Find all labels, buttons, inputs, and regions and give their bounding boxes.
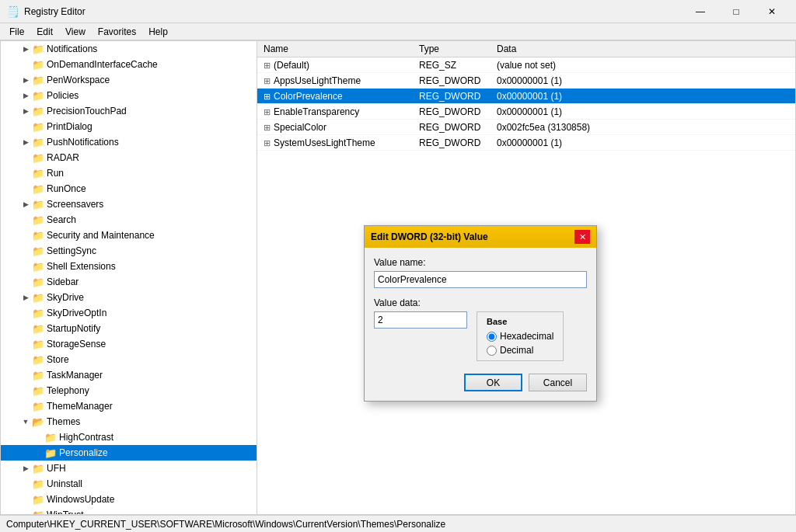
tree-item-notifications[interactable]: ▶📁Notifications (1, 41, 257, 57)
tree-pane[interactable]: ▶📁Notifications📁OnDemandInterfaceCache▶📁… (1, 41, 257, 514)
tree-item-printdialog[interactable]: 📁PrintDialog (1, 119, 257, 134)
tree-item-windowsupdate[interactable]: 📁WindowsUpdate (1, 492, 257, 507)
tree-label-thememanager: ThemeManager (47, 401, 113, 412)
tree-item-storagesense[interactable]: 📁StorageSense (1, 336, 257, 352)
tree-item-policies[interactable]: ▶📁Policies (1, 88, 257, 103)
tree-label-skydrive: SkyDrive (47, 292, 84, 303)
tree-label-store: Store (47, 354, 69, 365)
status-path: Computer\HKEY_CURRENT_USER\SOFTWARE\Micr… (6, 519, 445, 530)
tree-label-personalize: Personalize (59, 447, 108, 458)
folder-icon-uninstall: 📁 (32, 478, 44, 490)
expand-icon-penworkspace[interactable]: ▶ (19, 74, 32, 86)
tree-item-penworkspace[interactable]: ▶📁PenWorkspace (1, 72, 257, 88)
hexadecimal-radio-item[interactable]: Hexadecimal (487, 331, 553, 342)
tree-item-shellextensions[interactable]: 📁Shell Extensions (1, 259, 257, 274)
tree-item-skydrive[interactable]: ▶📁SkyDrive (1, 290, 257, 305)
tree-item-thememanager[interactable]: 📁ThemeManager (1, 398, 257, 414)
tree-item-securityandmaintenance[interactable]: 📁Security and Maintenance (1, 228, 257, 243)
menu-help[interactable]: Help (142, 25, 174, 39)
tree-label-search: Search (47, 214, 76, 225)
tree-label-precisiontouchpad: PrecisionTouchPad (47, 106, 127, 116)
hexadecimal-label: Hexadecimal (500, 331, 553, 342)
expand-icon-screensavers[interactable]: ▶ (19, 198, 32, 210)
tree-label-penworkspace: PenWorkspace (47, 75, 110, 85)
tree-item-ufh[interactable]: ▶📁UFH (1, 461, 257, 476)
value-data-label: Value data: (374, 297, 467, 308)
expand-icon-policies[interactable]: ▶ (19, 89, 32, 102)
expand-icon-ufh[interactable]: ▶ (19, 462, 32, 475)
reg-data: 0x00000001 (1) (491, 89, 795, 104)
edit-dword-dialog[interactable]: Edit DWORD (32-bit) Value ✕ Value name: … (364, 225, 597, 402)
title-bar: 🗒️ Registry Editor — □ ✕ (0, 0, 796, 23)
close-button[interactable]: ✕ (754, 0, 790, 23)
reg-name: ⊞SystemUsesLightTheme (257, 135, 413, 151)
table-row[interactable]: ⊞EnableTransparencyREG_DWORD0x00000001 (… (257, 104, 795, 120)
tree-item-ondemandinterfacecache[interactable]: 📁OnDemandInterfaceCache (1, 57, 257, 72)
tree-label-ufh: UFH (47, 463, 66, 474)
menu-favorites[interactable]: Favorites (92, 25, 142, 39)
table-row[interactable]: ⊞AppsUseLightThemeREG_DWORD0x00000001 (1… (257, 73, 795, 89)
tree-item-startupnotify[interactable]: 📁StartupNotify (1, 321, 257, 336)
menu-view[interactable]: View (59, 25, 92, 39)
tree-label-runonce: RunOnce (47, 183, 86, 194)
tree-item-precisiontouchpad[interactable]: ▶📁PrecisionTouchPad (1, 103, 257, 119)
tree-item-skydriveoptln[interactable]: 📁SkyDriveOptIn (1, 305, 257, 321)
table-row[interactable]: ⊞SystemUsesLightThemeREG_DWORD0x00000001… (257, 135, 795, 151)
value-name-input[interactable] (374, 271, 587, 288)
tree-item-themes[interactable]: ▼📂Themes (1, 414, 257, 429)
tree-item-settingsync[interactable]: 📁SettingSync (1, 243, 257, 259)
tree-label-windowsupdate: WindowsUpdate (47, 494, 114, 505)
tree-item-highcontrast[interactable]: 📁HighContrast (1, 429, 257, 445)
table-row[interactable]: ⊞(Default)REG_SZ(value not set) (257, 57, 795, 73)
reg-type-icon: ⊞ (264, 107, 271, 116)
tree-item-run[interactable]: 📁Run (1, 165, 257, 181)
expand-icon-precisiontouchpad[interactable]: ▶ (19, 105, 32, 117)
tree-item-screensavers[interactable]: ▶📁Screensavers (1, 196, 257, 212)
ok-button[interactable]: OK (464, 374, 522, 391)
menu-file[interactable]: File (3, 25, 30, 39)
hexadecimal-radio[interactable] (487, 332, 497, 342)
maximize-button[interactable]: □ (718, 0, 754, 23)
tree-item-wintrust[interactable]: 📁WinTrust (1, 507, 257, 514)
folder-icon-skydrive: 📁 (32, 292, 44, 304)
tree-item-uninstall[interactable]: 📁Uninstall (1, 476, 257, 492)
tree-item-personalize[interactable]: 📁Personalize (1, 445, 257, 461)
tree-item-runonce[interactable]: 📁RunOnce (1, 181, 257, 196)
tree-item-search[interactable]: 📁Search (1, 212, 257, 228)
decimal-radio-item[interactable]: Decimal (487, 345, 553, 356)
table-row[interactable]: ⊞ColorPrevalenceREG_DWORD0x00000001 (1) (257, 89, 795, 104)
folder-icon-screensavers: 📁 (32, 199, 44, 210)
reg-type: REG_DWORD (413, 135, 491, 151)
reg-data: (value not set) (491, 57, 795, 73)
reg-name: ⊞AppsUseLightTheme (257, 73, 413, 89)
folder-icon-penworkspace: 📁 (32, 75, 44, 86)
reg-type-icon: ⊞ (264, 138, 271, 148)
folder-icon-personalize: 📁 (44, 447, 57, 459)
tree-item-store[interactable]: 📁Store (1, 352, 257, 367)
minimize-button[interactable]: — (683, 0, 718, 23)
reg-type: REG_DWORD (413, 73, 491, 89)
tree-item-telephony[interactable]: 📁Telephony (1, 383, 257, 398)
tree-item-sidebar[interactable]: 📁Sidebar (1, 274, 257, 290)
folder-icon-precisiontouchpad: 📁 (32, 106, 44, 117)
tree-label-ondemandinterfacecache: OnDemandInterfaceCache (47, 59, 158, 70)
tree-item-pushnotifications[interactable]: ▶📁PushNotifications (1, 134, 257, 150)
dialog-close-button[interactable]: ✕ (574, 230, 590, 244)
folder-icon-skydriveoptln: 📁 (32, 308, 44, 319)
folder-icon-highcontrast: 📁 (44, 432, 57, 443)
folder-icon-ondemandinterfacecache: 📁 (32, 59, 44, 71)
col-header-type: Type (413, 41, 491, 57)
tree-item-taskmanager[interactable]: 📁TaskManager (1, 367, 257, 383)
expand-icon-pushnotifications[interactable]: ▶ (19, 136, 32, 148)
expand-icon-themes[interactable]: ▼ (19, 416, 32, 428)
tree-item-radar[interactable]: 📁RADAR (1, 150, 257, 165)
menu-bar: File Edit View Favorites Help (0, 23, 796, 40)
reg-type-icon: ⊞ (264, 61, 271, 70)
menu-edit[interactable]: Edit (30, 25, 59, 39)
cancel-button[interactable]: Cancel (529, 374, 587, 391)
value-data-input[interactable] (374, 311, 467, 329)
decimal-radio[interactable] (487, 346, 497, 356)
expand-icon-notifications[interactable]: ▶ (19, 43, 32, 55)
expand-icon-skydrive[interactable]: ▶ (19, 291, 32, 304)
table-row[interactable]: ⊞SpecialColorREG_DWORD0x002fc5ea (313085… (257, 120, 795, 135)
